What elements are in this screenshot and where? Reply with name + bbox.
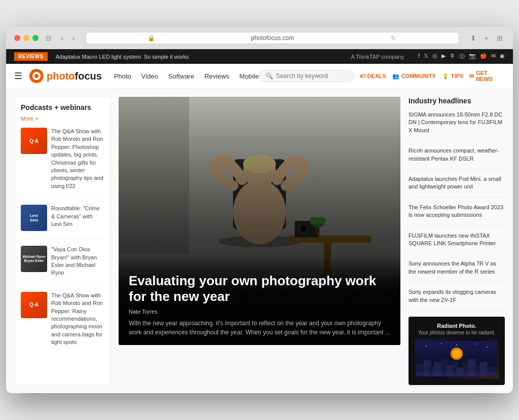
sidebar-right: Industry headlines SIGMA announces 18-50… (409, 97, 505, 385)
tips-label: TIPS (451, 73, 463, 79)
back-button[interactable]: ‹ (59, 33, 65, 43)
industry-item-2[interactable]: Ricoh announces compact, weather-resista… (409, 147, 505, 169)
ad-title: Radiant Photo. (415, 323, 499, 329)
browser-titlebar: ⊟ ‹ › 🔒 photofocus.com ↻ ⬆ + ⊞ (6, 27, 513, 49)
svg-point-21 (426, 346, 427, 347)
share-button[interactable]: ⬆ (468, 33, 478, 43)
camera-icon[interactable]: 📷 (469, 53, 476, 60)
podcast-item-3[interactable]: Michael RynoBryan Esler "Vaya Con Dios B… (21, 246, 104, 285)
lock-icon: 🔒 (92, 34, 210, 42)
new-tab-button[interactable]: + (483, 33, 491, 43)
top-bar-headline: Adaptalux Macro LED light system: So sim… (56, 54, 343, 60)
tips-button[interactable]: 💡 TIPS (442, 73, 463, 80)
ad-image (416, 341, 497, 376)
instagram-icon[interactable]: ◎ (432, 53, 437, 60)
deals-icon: 🏷 (360, 73, 365, 79)
reviews-badge: REVIEWS (14, 52, 48, 61)
rss-icon[interactable]: ◉ (500, 53, 505, 60)
twitter-icon[interactable]: 𝕏 (424, 53, 428, 60)
nav-mobile[interactable]: Mobile (239, 72, 258, 80)
email-icon[interactable]: ✉ (491, 53, 496, 60)
sidebar-more-link[interactable]: More + (21, 116, 39, 122)
svg-rect-41 (416, 372, 497, 376)
nav-photo[interactable]: Photo (114, 72, 131, 80)
close-button[interactable] (14, 35, 20, 41)
hero-excerpt: With the new year approaching, it's impo… (129, 319, 390, 337)
community-label: COMMUNITY (401, 73, 436, 79)
nav-reviews[interactable]: Reviews (204, 72, 229, 80)
sidebar-left-title: Podcasts + webinars (21, 103, 104, 111)
reload-icon[interactable]: ↻ (335, 34, 453, 42)
facebook-icon[interactable]: f (418, 53, 420, 60)
podcast-text-1: The Q&A Show with Rob Moroto and Ron Pep… (51, 128, 104, 190)
industry-item-3[interactable]: Adaptalux launches Pod Mini, a small and… (409, 175, 505, 198)
site-logo[interactable]: photofocus (28, 68, 102, 84)
podcast-item-4[interactable]: Q·A The Q&A Show with Rob Moroto and Ron… (21, 292, 104, 354)
minimize-button[interactable] (23, 35, 29, 41)
svg-point-27 (453, 350, 461, 358)
logo-icon (28, 68, 45, 84)
hero-title: Evaluating your own photography work for… (129, 273, 390, 304)
podcast-thumb-1: Q·A (21, 128, 47, 154)
ad-subtitle: Your photos deserve to be radiant. (415, 330, 499, 335)
industry-item-7[interactable]: Sony expands its vlogging cameras with t… (409, 288, 505, 311)
hero-overlay: Evaluating your own photography work for… (119, 257, 400, 345)
svg-point-25 (487, 347, 488, 348)
hamburger-menu-button[interactable]: ☰ (14, 70, 22, 82)
sidebar-left: Podcasts + webinars More + Q·A The Q&A S… (14, 97, 110, 385)
community-icon: 👥 (392, 73, 399, 80)
forward-button[interactable]: › (70, 33, 77, 43)
company-label: A ThinkTAP company (351, 54, 404, 60)
address-bar[interactable]: 🔒 photofocus.com ↻ (86, 32, 459, 44)
window-controls (14, 35, 39, 41)
maximize-button[interactable] (32, 35, 39, 41)
industry-item-4[interactable]: The Felix Schoeller Photo Award 2023 is … (409, 204, 505, 226)
podcast-thumb-4: Q·A (21, 292, 47, 318)
getnews-button[interactable]: ✉ GET NEWS (469, 70, 505, 82)
getnews-label: GET NEWS (476, 70, 505, 82)
logo-text: photofocus (47, 70, 102, 82)
podcast-text-3: "Vaya Con Dios Bryan!" with Bryan Esler … (51, 246, 104, 277)
search-bar[interactable]: 🔍 (259, 70, 354, 82)
nav-links: Photo Video Software Reviews Mobile (114, 72, 259, 80)
svg-point-22 (441, 343, 442, 344)
ad-visual (415, 338, 499, 379)
podcast-item-1[interactable]: Q·A The Q&A Show with Rob Moroto and Ron… (21, 128, 104, 198)
youtube-icon[interactable]: ▶ (441, 53, 446, 60)
site-wrapper: REVIEWS Adaptalux Macro LED light system… (6, 49, 513, 393)
hero-article[interactable]: Evaluating your own photography work for… (119, 97, 400, 345)
podcast-thumb-3: Michael RynoBryan Esler (21, 246, 47, 272)
main-nav: ☰ photofocus Photo Video Software Review… (6, 64, 513, 89)
nav-actions: 🏷 DEALS 👥 COMMUNITY 💡 TIPS ✉ GET NEWS (360, 70, 505, 82)
sidebar-toggle-button[interactable]: ⊟ (44, 33, 54, 43)
browser-window: ⊟ ‹ › 🔒 photofocus.com ↻ ⬆ + ⊞ REVIEWS A… (6, 27, 513, 393)
search-input[interactable] (276, 72, 347, 80)
hero-author: Nate Torres (129, 309, 390, 315)
industry-item-1[interactable]: SIGMA announces 18-50mm F2.8 DC DN | Con… (409, 111, 505, 141)
center-content: Evaluating your own photography work for… (119, 97, 400, 385)
ad-banner[interactable]: Radiant Photo. Your photos deserve to be… (409, 317, 505, 385)
nav-video[interactable]: Video (141, 72, 158, 80)
industry-item-5[interactable]: FUJIFILM launches new INSTAX SQUARE LINK… (409, 232, 505, 254)
tips-icon: 💡 (442, 73, 449, 80)
apple-icon[interactable]: 🍎 (480, 53, 487, 60)
grid-button[interactable]: ⊞ (495, 33, 505, 43)
community-button[interactable]: 👥 COMMUNITY (392, 73, 436, 80)
industry-item-6[interactable]: Sony announces the Alpha 7R V as the new… (409, 260, 505, 282)
podcast-thumb-2: LeviSlim (21, 205, 47, 231)
nav-software[interactable]: Software (168, 72, 194, 80)
industry-headlines-title: Industry headlines (409, 97, 505, 105)
search-icon: 🔍 (266, 72, 273, 80)
vimeo-icon[interactable]: Ⓥ (459, 53, 465, 60)
podcast-text-2: Roundtable: "Crime & Cameras" with Levi … (51, 205, 104, 231)
deals-button[interactable]: 🏷 DEALS (360, 73, 386, 79)
svg-point-2 (34, 74, 39, 78)
main-content: Podcasts + webinars More + Q·A The Q&A S… (6, 89, 513, 393)
podcast-text-4: The Q&A Show with Rob Moroto and Ron Pep… (51, 292, 104, 347)
podcast-icon[interactable]: 🎙 (450, 53, 455, 60)
svg-point-24 (476, 343, 477, 345)
deals-label: DEALS (367, 73, 386, 79)
url-text: photofocus.com (213, 34, 331, 42)
podcast-item-2[interactable]: LeviSlim Roundtable: "Crime & Cameras" w… (21, 205, 104, 239)
social-icons: f 𝕏 ◎ ▶ 🎙 Ⓥ 📷 🍎 ✉ ◉ (418, 53, 505, 60)
